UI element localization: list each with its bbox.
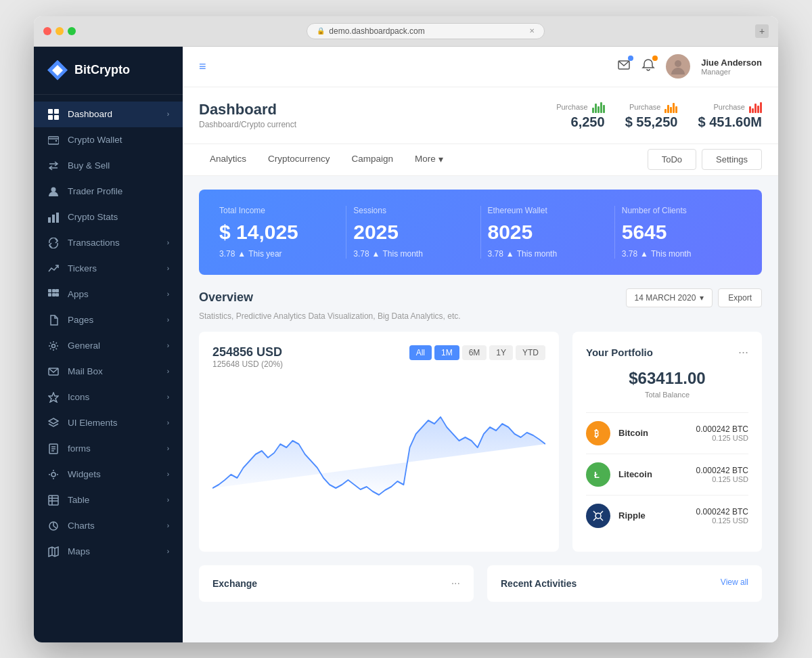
svg-point-38	[595, 513, 601, 519]
chevron-right-icon: ›	[167, 393, 169, 401]
new-tab-button[interactable]: +	[755, 24, 769, 38]
stat-label-3: Purchase	[698, 101, 762, 113]
view-all-link[interactable]: View all	[721, 577, 748, 587]
menu-toggle-button[interactable]: ≡	[199, 60, 206, 74]
sidebar-item-maps[interactable]: Maps ›	[34, 539, 183, 565]
more-label: More	[415, 154, 436, 164]
date-selector[interactable]: 14 MARCH 2020 ▾	[626, 288, 713, 307]
svg-marker-31	[49, 547, 58, 556]
filter-1m[interactable]: 1M	[434, 345, 459, 360]
sidebar-item-mailbox[interactable]: Mail Box ›	[34, 359, 183, 385]
stat-card-sub-2: 3.78 ▲ This month	[488, 249, 608, 259]
sidebar-label-maps: Maps	[68, 546, 167, 556]
table-icon	[47, 494, 60, 506]
stat-card-sub-3: 3.78 ▲ This month	[622, 249, 742, 259]
svg-line-39	[593, 511, 596, 514]
exchange-menu-button[interactable]: ···	[451, 577, 460, 590]
sidebar-item-icons[interactable]: Icons ›	[34, 385, 183, 410]
chart-filters: All 1M 6M 1Y YTD	[409, 345, 545, 360]
grid-icon	[47, 108, 60, 120]
svg-rect-2	[54, 109, 59, 114]
chevron-right-icon: ›	[167, 316, 169, 324]
filter-1y[interactable]: 1Y	[489, 345, 513, 360]
svg-text:₿: ₿	[594, 429, 599, 439]
sidebar-item-apps[interactable]: Apps ›	[34, 282, 183, 307]
star-icon	[47, 391, 60, 403]
stat-card-label-0: Total Income	[219, 206, 339, 215]
topbar-icons: Jiue Anderson Manager	[617, 54, 762, 79]
mail-notifications[interactable]	[617, 58, 631, 74]
portfolio-header: Your Portfolio ···	[586, 345, 748, 359]
sidebar-item-transactions[interactable]: Transactions ›	[34, 230, 183, 256]
sidebar-item-buy-sell[interactable]: Buy & Sell	[34, 153, 183, 179]
close-icon[interactable]: ✕	[529, 27, 535, 35]
tab-cryptocurrency[interactable]: Cryptocurrency	[257, 144, 341, 175]
chevron-right-icon: ›	[167, 265, 169, 272]
sidebar-label-charts: Charts	[68, 521, 167, 531]
sidebar-item-pages[interactable]: Pages ›	[34, 307, 183, 333]
stat-card-sub-1: 3.78 ▲ This month	[353, 249, 473, 259]
filter-ytd[interactable]: YTD	[516, 345, 545, 360]
maximize-dot[interactable]	[68, 27, 76, 35]
stat-period-0: This year	[248, 249, 281, 259]
sidebar-item-crypto-wallet[interactable]: Crypto Wallet	[34, 127, 183, 153]
filter-6m[interactable]: 6M	[462, 345, 487, 360]
document-icon	[47, 443, 60, 455]
chart-portfolio-row: 254856 USD 125648 USD (20%) All 1M 6M 1Y…	[199, 332, 762, 552]
tab-analytics[interactable]: Analytics	[199, 144, 257, 175]
browser-chrome: 🔒 demo.dashboardpack.com ✕ +	[34, 16, 778, 47]
overview-subtitle: Statistics, Predictive Analytics Data Vi…	[199, 311, 762, 321]
bell-notifications[interactable]	[641, 58, 655, 74]
address-bar[interactable]: 🔒 demo.dashboardpack.com ✕	[307, 23, 544, 39]
page-title-wrap: Dashboard Dashboard/Crypto currenct	[199, 101, 556, 129]
stat-card-total-income: Total Income $ 14,025 3.78 ▲ This year	[219, 206, 339, 259]
settings-button[interactable]: Settings	[702, 149, 762, 170]
sidebar-item-forms[interactable]: forms ›	[34, 436, 183, 462]
close-dot[interactable]	[43, 27, 51, 35]
user-icon	[47, 185, 60, 198]
chevron-right-icon: ›	[167, 239, 169, 246]
up-arrow-icon-0: ▲	[238, 249, 246, 259]
refresh-icon	[47, 237, 60, 249]
stat-card-label-2: Ethereum Wallet	[488, 206, 608, 215]
sidebar-item-dashboard[interactable]: Dashboard ›	[34, 102, 183, 127]
page-title: Dashboard	[199, 101, 556, 118]
portfolio-menu-button[interactable]: ···	[738, 345, 748, 359]
header-stats: Purchase 6,250	[556, 101, 762, 130]
layers-icon	[47, 417, 60, 429]
sidebar-item-tickers[interactable]: Tickers ›	[34, 256, 183, 282]
tab-more[interactable]: More ▾	[404, 144, 454, 175]
exchange-icon	[47, 160, 60, 172]
bitcoin-amounts: 0.000242 BTC 0.125 USD	[696, 424, 748, 442]
chevron-right-icon: ›	[167, 110, 169, 118]
sidebar-label-widgets: Widgets	[68, 469, 167, 479]
minimize-dot[interactable]	[55, 27, 64, 35]
sidebar-item-trader-profile[interactable]: Trader Profile	[34, 179, 183, 204]
chevron-right-icon: ›	[167, 522, 169, 529]
chart-section: 254856 USD 125648 USD (20%) All 1M 6M 1Y…	[199, 332, 559, 552]
mail-icon	[47, 366, 60, 378]
bitcoin-icon: ₿	[586, 421, 610, 445]
stat-label-2: Purchase	[625, 101, 678, 113]
todo-button[interactable]: ToDo	[648, 149, 696, 170]
stat-label-text-3: Purchase	[714, 103, 745, 111]
exchange-title: Exchange	[212, 578, 257, 589]
chevron-right-icon: ›	[167, 445, 169, 452]
chevron-right-icon: ›	[167, 342, 169, 349]
sidebar-item-ui-elements[interactable]: UI Elements ›	[34, 410, 183, 436]
user-info: Jiue Anderson Manager	[701, 58, 762, 76]
svg-rect-9	[52, 215, 55, 223]
chevron-right-icon: ›	[167, 419, 169, 426]
svg-rect-4	[54, 115, 59, 120]
btc-symbol: ₿	[592, 427, 604, 439]
tab-campaign[interactable]: Campaign	[341, 144, 405, 175]
overview-header: Overview 14 MARCH 2020 ▾ Export	[199, 288, 762, 307]
export-button[interactable]: Export	[718, 288, 762, 307]
sidebar-item-crypto-stats[interactable]: Crypto Stats	[34, 204, 183, 230]
sidebar-item-charts[interactable]: Charts ›	[34, 513, 183, 539]
sidebar-item-widgets[interactable]: Widgets ›	[34, 462, 183, 487]
sidebar-item-table[interactable]: Table ›	[34, 487, 183, 513]
filter-all[interactable]: All	[409, 345, 432, 360]
sidebar-item-general[interactable]: General ›	[34, 333, 183, 359]
wallet-icon	[47, 134, 60, 146]
